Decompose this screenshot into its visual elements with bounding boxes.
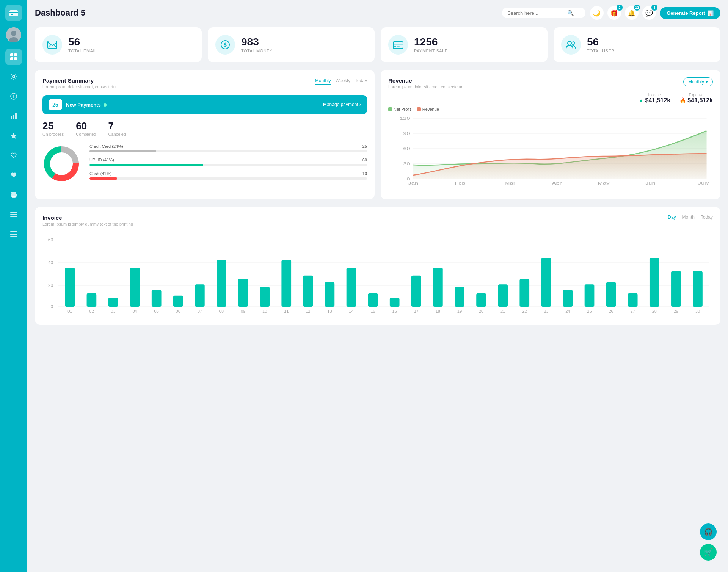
svg-marker-16 [11,133,17,139]
new-payments-count: 25 [49,99,62,110]
invoice-bar[interactable] [411,276,421,307]
payment-number: 1256 [414,37,448,47]
sidebar-item-heart-filled[interactable] [5,167,22,183]
svg-text:120: 120 [400,116,410,121]
sidebar-item-dashboard[interactable] [5,49,22,65]
invoice-bar[interactable] [693,271,703,307]
svg-point-4 [11,31,16,36]
invoice-x-label: 02 [89,309,94,313]
sidebar-item-info[interactable]: i [5,88,22,105]
sidebar-logo[interactable] [5,5,22,21]
stat-card-payment: 1256 PAYMENT SALE [381,27,548,62]
payment-label: PAYMENT SALE [414,49,448,53]
invoice-bar[interactable] [519,279,529,307]
chat-badge: 5 [651,5,657,11]
invoice-x-label: 05 [154,309,159,313]
invoice-x-label: 13 [327,309,332,313]
invoice-bar[interactable] [541,258,551,307]
sidebar-item-star[interactable] [5,127,22,144]
sidebar-item-analytics[interactable] [5,108,22,124]
invoice-bar[interactable] [628,293,638,307]
invoice-x-label: 09 [241,309,245,313]
bell-badge: 12 [634,5,640,11]
tab-today-invoice[interactable]: Today [701,215,713,221]
tab-day[interactable]: Day [668,215,676,221]
invoice-bar[interactable] [671,271,681,307]
on-process-label: On process [42,132,64,136]
invoice-bar[interactable] [303,276,313,307]
svg-rect-23 [10,231,17,232]
payment-summary-header: Payment Summary Lorem ipsum dolor sit am… [42,77,367,89]
invoice-bar[interactable] [87,293,97,307]
invoice-bar[interactable] [433,268,443,307]
theme-toggle-button[interactable]: 🌙 [590,6,604,20]
svg-rect-26 [48,41,57,49]
sidebar-item-list[interactable] [5,226,22,243]
invoice-bar[interactable] [108,298,118,307]
bar-count-cash: 10 [362,171,367,176]
invoice-bar[interactable] [260,287,270,307]
generate-report-button[interactable]: Generate Report 📊 [660,7,720,19]
invoice-bar[interactable] [195,284,205,307]
sidebar-item-menu[interactable] [5,206,22,223]
svg-text:30: 30 [403,162,410,166]
invoice-bar[interactable] [498,284,508,307]
svg-rect-1 [9,12,18,13]
sidebar-item-printer[interactable] [5,186,22,203]
invoice-x-label: 27 [631,309,635,313]
sidebar-item-heart-outline[interactable] [5,147,22,164]
invoice-bar[interactable] [65,268,75,307]
invoice-bar[interactable] [130,268,140,307]
completed-value: 60 [76,120,96,132]
invoice-bar[interactable] [455,287,464,307]
expense-label: Expense [679,93,713,97]
stat-completed: 60 Completed [76,120,96,136]
support-fab[interactable]: 🎧 [700,523,717,540]
tab-weekly[interactable]: Weekly [336,77,350,85]
manage-payment-link[interactable]: Manage payment › [323,102,361,107]
cart-fab[interactable]: 🛒 [700,544,717,561]
svg-rect-19 [12,196,16,198]
invoice-bar[interactable] [152,290,162,307]
sidebar-item-settings[interactable] [5,68,22,85]
invoice-bar[interactable] [325,282,335,307]
payment-summary-card: Payment Summary Lorem ipsum dolor sit am… [35,70,375,199]
invoice-bar[interactable] [476,293,486,307]
invoice-x-label: 15 [370,309,375,313]
invoice-x-label: 18 [436,309,440,313]
svg-rect-15 [15,113,17,119]
payment-icon [388,35,408,55]
payment-bars: Credit Card (24%) 25 UPI ID (41%) 60 [89,144,367,185]
bell-icon-button[interactable]: 🔔 12 [625,6,639,20]
invoice-bar[interactable] [368,293,378,307]
invoice-x-label: 10 [262,309,267,313]
legend-revenue-label: Revenue [422,107,439,111]
svg-rect-14 [13,115,14,119]
invoice-bar[interactable] [563,290,573,307]
invoice-bar[interactable] [585,284,595,307]
gift-icon-button[interactable]: 🎁 2 [607,6,621,20]
tab-today[interactable]: Today [355,77,367,85]
revenue-monthly-select[interactable]: Monthly ▾ [683,77,713,86]
invoice-bar[interactable] [173,296,183,307]
tab-monthly[interactable]: Monthly [315,77,331,85]
invoice-bar[interactable] [390,298,400,307]
revenue-title: Revenue [388,77,463,84]
invoice-bar[interactable] [238,279,248,307]
search-input[interactable] [507,10,564,16]
invoice-bar[interactable] [281,260,291,307]
invoice-bar[interactable] [217,260,226,307]
expense-item: Expense 🔥 $41,512k [679,93,713,104]
legend-net-profit-label: Net Profit [394,107,411,111]
svg-rect-7 [14,53,17,56]
payment-stats-row: 25 On process 60 Completed 7 Canceled [42,120,367,136]
tab-month[interactable]: Month [682,215,695,221]
income-expense-row: Income ▲ $41,512k Expense 🔥 $41,512k [388,93,713,104]
avatar[interactable] [6,27,21,42]
invoice-bar[interactable] [606,282,616,307]
invoice-x-label: 04 [132,309,137,313]
invoice-bar[interactable] [650,258,659,307]
stat-card-money: $ 983 TOTAL MONEY [208,27,375,62]
invoice-bar[interactable] [347,268,356,307]
chat-icon-button[interactable]: 💬 5 [642,6,656,20]
